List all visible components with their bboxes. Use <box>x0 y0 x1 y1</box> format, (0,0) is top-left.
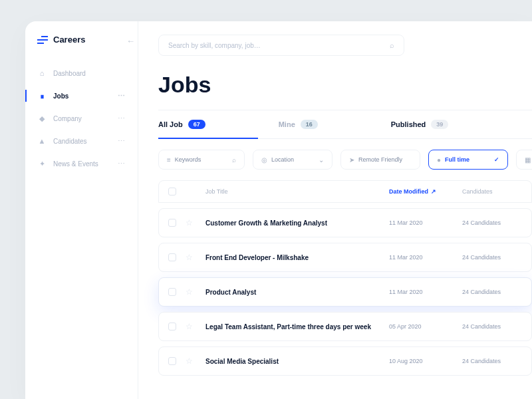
table-row[interactable]: ☆ Customer Growth & Marketing Analyst 11… <box>158 208 532 237</box>
row-candidates: 24 Candidates <box>462 358 522 364</box>
filter-location[interactable]: ◎ Location ⌄ <box>253 150 332 170</box>
sidebar-nav: ⌂ Dashboard ∎ Jobs ⋯ ◆ Company ⋯ ▲ Candi… <box>25 62 138 175</box>
sidebar-item-label: News & Events <box>53 160 98 168</box>
filter-fulltime[interactable]: ● Full time ✓ <box>428 150 508 170</box>
sidebar-item-candidates[interactable]: ▲ Candidates ⋯ <box>25 130 138 152</box>
main-content: ⌕ Jobs All Job 67 Mine 16 Published 39 ≡… <box>138 21 532 399</box>
tabs: All Job 67 Mine 16 Published 39 <box>158 110 532 139</box>
row-date: 11 Mar 2020 <box>389 289 462 295</box>
table-body: ☆ Customer Growth & Marketing Analyst 11… <box>158 208 532 376</box>
keywords-icon: ≡ <box>167 156 171 164</box>
row-checkbox[interactable] <box>168 288 176 296</box>
briefcase-icon: ∎ <box>37 91 47 100</box>
sidebar-item-label: Company <box>53 115 82 122</box>
app-shell: Careers ← ⌂ Dashboard ∎ Jobs ⋯ ◆ Company… <box>25 21 532 399</box>
tab-count-badge: 39 <box>431 120 448 129</box>
check-icon: ✓ <box>494 156 499 163</box>
filter-label: Remote Friendly <box>358 156 402 163</box>
table-row[interactable]: ☆ Legal Team Assistant, Part-time three … <box>158 312 532 341</box>
filter-more[interactable]: ▦ Po <box>516 150 532 170</box>
row-checkbox[interactable] <box>168 357 176 365</box>
brand: Careers <box>25 35 138 58</box>
checkbox-icon <box>168 188 176 196</box>
tab-published[interactable]: Published 39 <box>391 110 449 138</box>
column-date-modified[interactable]: Date Modified ↗ <box>389 188 462 195</box>
sidebar-item-company[interactable]: ◆ Company ⋯ <box>25 107 138 130</box>
star-icon[interactable]: ☆ <box>186 218 205 227</box>
tab-mine[interactable]: Mine 16 <box>279 110 318 138</box>
star-icon[interactable]: ☆ <box>186 253 205 262</box>
row-candidates: 24 Candidates <box>462 323 522 330</box>
star-icon[interactable]: ☆ <box>186 287 205 297</box>
global-search[interactable]: ⌕ <box>158 35 404 56</box>
diamond-icon: ◆ <box>37 114 47 123</box>
row-date: 11 Mar 2020 <box>389 219 462 226</box>
search-icon: ⌕ <box>232 156 236 164</box>
sidebar-item-label: Candidates <box>53 138 87 145</box>
row-title: Legal Team Assistant, Part-time three da… <box>205 323 389 331</box>
row-checkbox[interactable] <box>168 219 176 227</box>
tab-count-badge: 67 <box>188 120 205 129</box>
row-date: 05 Apr 2020 <box>389 323 462 330</box>
tab-label: All Job <box>158 120 183 128</box>
column-label: Date Modified <box>389 188 428 195</box>
sidebar-item-jobs[interactable]: ∎ Jobs ⋯ <box>25 84 138 107</box>
column-job-title[interactable]: Job Title <box>205 188 389 195</box>
page-title: Jobs <box>158 72 532 98</box>
brand-logo-icon <box>37 36 48 44</box>
tab-label: Published <box>391 120 426 128</box>
row-title: Social Media Specialist <box>205 358 389 365</box>
badge-icon: ● <box>437 156 441 164</box>
column-candidates[interactable]: Candidates <box>462 188 522 195</box>
search-icon: ⌕ <box>390 41 394 49</box>
send-icon: ➤ <box>349 156 354 164</box>
row-title: Customer Growth & Marketing Analyst <box>205 219 389 227</box>
row-checkbox[interactable] <box>168 323 176 331</box>
tab-label: Mine <box>279 120 295 128</box>
tab-active-indicator <box>158 138 258 139</box>
filter-label: Full time <box>445 156 490 163</box>
tab-count-badge: 16 <box>301 120 318 129</box>
spark-icon: ✦ <box>37 159 47 168</box>
row-date: 11 Mar 2020 <box>389 254 462 261</box>
sidebar-item-label: Jobs <box>53 92 68 100</box>
more-icon[interactable]: ⋯ <box>118 92 126 100</box>
sidebar-item-news[interactable]: ✦ News & Events ⋯ <box>25 152 138 175</box>
star-icon[interactable]: ☆ <box>186 322 205 331</box>
filter-keywords[interactable]: ≡ Keywords ⌕ <box>158 150 245 170</box>
chevron-down-icon: ⌄ <box>319 156 324 164</box>
row-title: Product Analyst <box>205 289 389 296</box>
more-icon[interactable]: ⋯ <box>118 137 126 146</box>
star-icon[interactable]: ☆ <box>186 356 205 366</box>
select-all-cell[interactable] <box>168 188 186 196</box>
home-icon: ⌂ <box>37 68 47 78</box>
filter-remote[interactable]: ➤ Remote Friendly <box>340 150 420 170</box>
row-candidates: 24 Candidates <box>462 219 522 226</box>
sidebar-item-dashboard[interactable]: ⌂ Dashboard <box>25 62 138 84</box>
more-icon[interactable]: ⋯ <box>118 160 126 168</box>
row-candidates: 24 Candidates <box>462 254 522 261</box>
grid-icon: ▦ <box>525 156 531 164</box>
sidebar-item-label: Dashboard <box>53 70 86 77</box>
user-icon: ▲ <box>37 136 47 146</box>
location-icon: ◎ <box>261 156 267 164</box>
filter-label: Location <box>271 156 315 163</box>
row-title: Front End Developer - Milkshake <box>205 254 389 261</box>
sort-asc-icon: ↗ <box>431 188 436 195</box>
more-icon[interactable]: ⋯ <box>118 114 126 123</box>
table-row[interactable]: ☆ Front End Developer - Milkshake 11 Mar… <box>158 243 532 272</box>
filter-bar: ≡ Keywords ⌕ ◎ Location ⌄ ➤ Remote Frien… <box>158 150 532 170</box>
table-header: Job Title Date Modified ↗ Candidates <box>158 180 532 203</box>
filter-label: Keywords <box>175 156 228 163</box>
table-row[interactable]: ☆ Social Media Specialist 10 Aug 2020 24… <box>158 346 532 376</box>
table-row[interactable]: ☆ Product Analyst 11 Mar 2020 24 Candida… <box>158 277 532 307</box>
row-checkbox[interactable] <box>168 253 176 261</box>
row-date: 10 Aug 2020 <box>389 358 462 364</box>
sidebar: Careers ← ⌂ Dashboard ∎ Jobs ⋯ ◆ Company… <box>25 21 138 399</box>
row-candidates: 24 Candidates <box>462 289 522 295</box>
search-input[interactable] <box>168 42 390 49</box>
brand-title: Careers <box>53 35 85 45</box>
back-button[interactable]: ← <box>126 36 135 46</box>
tab-all-jobs[interactable]: All Job 67 <box>158 110 205 138</box>
